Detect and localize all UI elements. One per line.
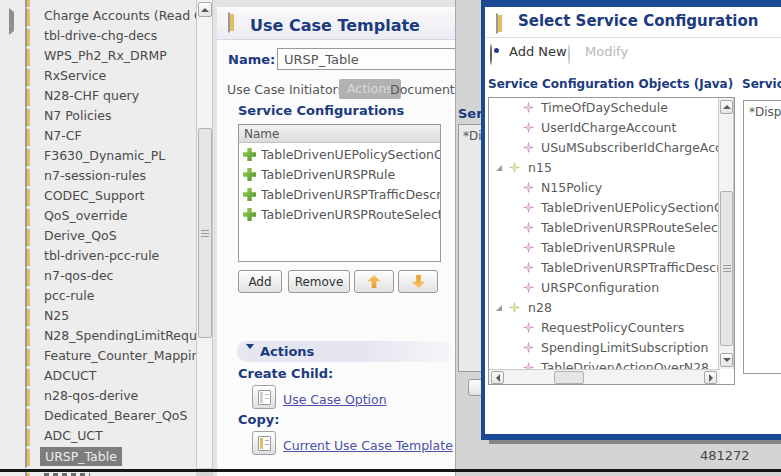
scrollbar-thumb[interactable]	[720, 191, 733, 346]
sidebar-item[interactable]: N7 Policies	[0, 106, 196, 126]
sidebar-item[interactable]: Charge Accounts (Read Only)	[0, 6, 196, 26]
sidebar-item[interactable]: tbl-driven-pcc-rule	[0, 246, 196, 266]
sidebar-item[interactable]: ADCUCT	[0, 366, 196, 386]
tree-item[interactable]: TableDrivenUEPolicySectionCode	[489, 198, 734, 218]
expanded-arrow-icon[interactable]	[496, 165, 502, 171]
sidebar-scrollbar[interactable]	[196, 0, 213, 468]
add-button[interactable]: Add	[238, 270, 282, 293]
scroll-left-button[interactable]	[491, 371, 504, 384]
modify-radio[interactable]	[568, 44, 570, 65]
list-item[interactable]: TableDrivenURSPRule	[239, 165, 440, 185]
tree-group-n15[interactable]: n15	[489, 158, 734, 178]
service-configurations-list[interactable]: Name TableDrivenUEPolicySectionCode Tabl…	[238, 124, 441, 262]
use-case-option-link[interactable]: Use Case Option	[283, 392, 387, 407]
document-icon	[25, 228, 27, 247]
dialog-title: Select Service Configuration	[518, 12, 759, 30]
sidebar-item[interactable]: pcc-rule	[0, 286, 196, 306]
scroll-up-button[interactable]	[720, 100, 733, 114]
star-icon	[523, 122, 534, 133]
tab-use-case-initiators[interactable]: Use Case Initiators	[227, 82, 344, 97]
list-item[interactable]: TableDrivenUEPolicySectionCode	[239, 145, 440, 165]
sidebar-item[interactable]: RxService	[0, 66, 196, 86]
tree-item[interactable]: TableDrivenURSPRouteSelectionDescriptor	[489, 218, 734, 238]
star-icon	[523, 322, 534, 333]
document-icon	[25, 188, 27, 207]
tree-vertical-scrollbar[interactable]	[718, 98, 734, 369]
tree-group-n28[interactable]: n28	[489, 298, 734, 318]
list-item[interactable]: TableDrivenURSPTrafficDescriptor	[239, 185, 440, 205]
remove-button[interactable]: Remove	[288, 270, 350, 293]
service-configurations-heading: Service Configurations	[238, 103, 404, 118]
scrollbar-thumb[interactable]	[198, 128, 212, 338]
name-input[interactable]	[277, 48, 456, 70]
add-new-radio-label[interactable]: Add New	[509, 45, 567, 59]
grip-icon	[723, 265, 731, 272]
document-icon	[25, 248, 27, 267]
sidebar-item[interactable]: CODEC_Support	[0, 186, 196, 206]
tree-item[interactable]: N15Policy	[489, 178, 734, 198]
tree-item[interactable]: RequestPolicyCounters	[489, 318, 734, 338]
sidebar-item[interactable]: QoS_override	[0, 206, 196, 226]
star-icon	[523, 222, 534, 233]
tree-item[interactable]: UserIdChargeAccount	[489, 118, 734, 138]
document-icon	[25, 168, 27, 187]
modify-radio-label[interactable]: Modify	[585, 45, 628, 59]
tree-item[interactable]: SpendingLimitSubscription	[489, 338, 734, 358]
document-icon	[258, 436, 271, 451]
copy-label: Copy:	[238, 412, 279, 427]
current-use-case-template-link[interactable]: Current Use Case Template	[283, 438, 453, 453]
sidebar-item[interactable]: n7-qos-dec	[0, 266, 196, 286]
document-icon	[25, 388, 27, 407]
star-icon	[523, 182, 534, 193]
down-arrow-icon	[723, 358, 731, 362]
tree-item[interactable]: TableDrivenURSPTrafficDescriptor	[489, 258, 734, 278]
document-icon	[25, 8, 27, 27]
actions-section-header[interactable]: Actions	[237, 341, 452, 362]
scroll-down-button[interactable]	[720, 353, 733, 367]
sidebar-item[interactable]: N7-CF	[0, 126, 196, 146]
scroll-right-button[interactable]	[704, 371, 717, 384]
document-icon	[25, 88, 27, 107]
star-icon	[509, 162, 520, 173]
scrollbar-thumb[interactable]	[554, 371, 584, 384]
list-item[interactable]: TableDrivenURSPRouteSelectionDescriptor	[239, 205, 440, 225]
star-icon	[523, 282, 534, 293]
tree-item[interactable]: TimeOfDaySchedule	[489, 98, 734, 118]
tab-documentation[interactable]: Documentation	[390, 82, 456, 97]
expanded-arrow-icon[interactable]	[496, 305, 502, 311]
sidebar-item[interactable]: Feature_Counter_Mapping	[0, 346, 196, 366]
document-icon	[25, 348, 27, 367]
dialog-parameters-table[interactable]: *Display Name	[743, 100, 781, 374]
sidebar-item[interactable]: Dedicated_Bearer_QoS	[0, 406, 196, 426]
tree-item[interactable]: USuMSubscriberIdChargeAccount	[489, 138, 734, 158]
sidebar-item[interactable]: F3630_Dynamic_PL	[0, 146, 196, 166]
tree-item[interactable]: TableDrivenURSPRule	[489, 238, 734, 258]
column-header-name: Name	[239, 125, 440, 143]
sidebar-item[interactable]: N28_SpendingLimitRequest	[0, 326, 196, 346]
service-configuration-tree[interactable]: TimeOfDaySchedule UserIdChargeAccount US…	[488, 97, 735, 385]
sidebar-item[interactable]: N28-CHF query	[0, 86, 196, 106]
star-icon	[523, 342, 534, 353]
dialog-left-heading: Service Configuration Objects (Java)	[488, 77, 733, 91]
sidebar-item[interactable]: n28-qos-derive	[0, 386, 196, 406]
up-arrow-icon	[368, 275, 381, 288]
sidebar-item[interactable]: N25	[0, 306, 196, 326]
sidebar-item[interactable]: ADC_UCT	[0, 426, 196, 446]
sidebar-tree[interactable]: Charge Accounts (Read Only) tbl-drive-ch…	[0, 0, 196, 476]
use-case-option-button[interactable]	[252, 385, 276, 409]
copy-template-button[interactable]	[252, 431, 276, 455]
move-up-button[interactable]	[354, 270, 394, 293]
document-icon	[25, 48, 27, 67]
sidebar-item-selected[interactable]: URSP_Table	[0, 446, 196, 466]
document-icon	[25, 368, 27, 387]
tree-item[interactable]: URSPConfiguration	[489, 278, 734, 298]
add-new-radio[interactable]	[490, 44, 492, 65]
sidebar-item[interactable]: WPS_Ph2_Rx_DRMP	[0, 46, 196, 66]
sidebar-item[interactable]: Derive_QoS	[0, 226, 196, 246]
scroll-up-button[interactable]	[198, 2, 212, 17]
star-icon	[523, 242, 534, 253]
move-down-button[interactable]	[398, 270, 438, 293]
tree-horizontal-scrollbar[interactable]	[489, 369, 720, 384]
sidebar-item[interactable]: n7-session-rules	[0, 166, 196, 186]
sidebar-item[interactable]: tbl-drive-chg-decs	[0, 26, 196, 46]
